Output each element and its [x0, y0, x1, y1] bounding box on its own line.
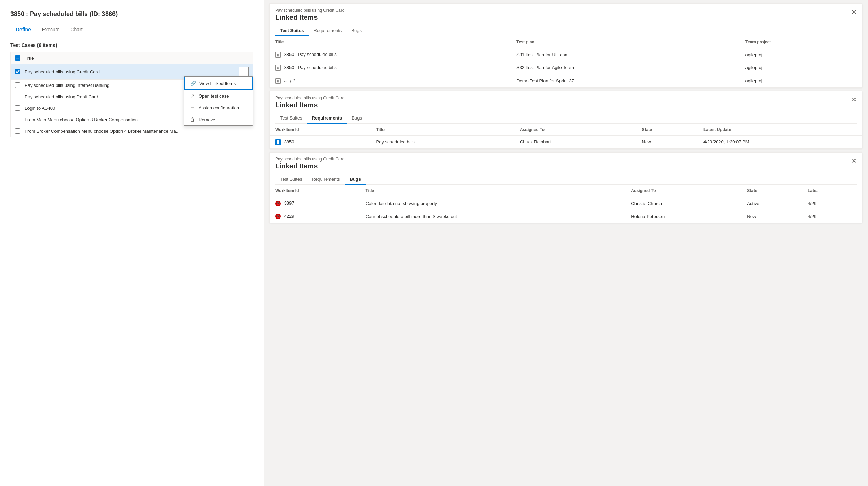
panel-1-tab-test-suites[interactable]: Test Suites: [275, 25, 309, 36]
context-menu-remove-label: Remove: [199, 117, 215, 122]
context-menu: 🔗 View Linked Items ↗ Open test case ☰ A…: [184, 76, 253, 126]
left-panel: 3850 : Pay scheduled bills (ID: 3866) De…: [0, 0, 264, 486]
cell-teamproject: agileproj: [740, 48, 862, 61]
assign-config-icon: ☰: [189, 105, 195, 110]
panel-3-col-assignedto: Assigned To: [625, 185, 741, 197]
workitem-icon: ▐▌: [275, 139, 281, 145]
right-panels: Pay scheduled bills using Credit Card Li…: [264, 0, 868, 486]
context-menu-assign-config-label: Assign configuration: [199, 105, 239, 110]
cell-testplan: Demo Test Plan for Sprint 37: [511, 74, 740, 87]
tc-checkbox-5[interactable]: [15, 117, 20, 122]
panel-2-header: Pay scheduled bills using Credit Card Li…: [270, 91, 862, 124]
panel-3-header: Pay scheduled bills using Credit Card Li…: [270, 153, 862, 185]
cell-testplan: S31 Test Plan for UI Team: [511, 48, 740, 61]
panel-2-col-latestupdate: Latest Update: [698, 124, 862, 136]
cell-latestupdate: 4/29/2020, 1:30:07 PM: [698, 135, 862, 148]
cell-title: Pay scheduled bills: [371, 135, 514, 148]
panel-2-body: WorkItem Id Title Assigned To State Late…: [270, 124, 862, 149]
context-menu-open-test[interactable]: ↗ Open test case: [184, 90, 253, 102]
panel-1-col-testplan: Test plan: [511, 36, 740, 48]
panel-3-close[interactable]: ✕: [849, 156, 859, 166]
panel-2-close[interactable]: ✕: [849, 95, 859, 105]
panel-1-title: Linked Items: [275, 14, 857, 22]
cell-title: ▦ 3850 : Pay scheduled bills: [270, 48, 511, 61]
panel-1-tab-bugs[interactable]: Bugs: [346, 25, 366, 36]
panel-2-tab-requirements[interactable]: Requirements: [307, 113, 347, 123]
table-row: ▐▌ 3850 Pay scheduled bills Chuck Reinha…: [270, 135, 862, 148]
cell-testplan: S32 Test Plan for Agile Team: [511, 61, 740, 74]
panel-3-table: WorkItem Id Title Assigned To State Late…: [270, 185, 862, 223]
cell-state: New: [637, 135, 698, 148]
context-menu-assign-config[interactable]: ☰ Assign configuration: [184, 102, 253, 114]
panel-3-col-title: Title: [360, 185, 625, 197]
tab-execute[interactable]: Execute: [36, 24, 65, 35]
context-menu-remove[interactable]: 🗑 Remove: [184, 114, 253, 125]
cell-state: Active: [741, 197, 802, 210]
table-row: ▦ 3850 : Pay scheduled bills S32 Test Pl…: [270, 61, 862, 74]
cell-title: Calendar data not showing properly: [360, 197, 625, 210]
tc-row-6[interactable]: From Broker Compensation Menu choose Opt…: [11, 125, 253, 137]
select-all-checkbox[interactable]: [15, 55, 20, 61]
remove-icon: 🗑: [189, 117, 195, 122]
cell-teamproject: agileproj: [740, 74, 862, 87]
tc-checkbox-6[interactable]: [15, 128, 20, 134]
panel-2-col-title: Title: [371, 124, 514, 136]
panel-1-tab-requirements[interactable]: Requirements: [309, 25, 346, 36]
panel-2-table: WorkItem Id Title Assigned To State Late…: [270, 124, 862, 149]
table-row: 🐞 3897 Calendar data not showing properl…: [270, 197, 862, 210]
panel-3-tabs: Test Suites Requirements Bugs: [275, 174, 857, 185]
open-test-icon: ↗: [189, 93, 195, 99]
tc-checkbox-2[interactable]: [15, 82, 20, 88]
linked-panel-3: Pay scheduled bills using Credit Card Li…: [269, 152, 862, 223]
panel-1-header: Pay scheduled bills using Credit Card Li…: [270, 4, 862, 36]
cell-assignedto: Helena Petersen: [625, 210, 741, 223]
cell-title: ▦ 3850 : Pay scheduled bills: [270, 61, 511, 74]
cell-assignedto: Christie Church: [625, 197, 741, 210]
suite-icon: ▦: [275, 52, 281, 58]
panel-1-subtitle: Pay scheduled bills using Credit Card: [275, 8, 857, 13]
panel-3-col-late: Late...: [802, 185, 862, 197]
panel-3-body: WorkItem Id Title Assigned To State Late…: [270, 185, 862, 223]
linked-panel-1: Pay scheduled bills using Credit Card Li…: [269, 3, 862, 88]
tc-checkbox-3[interactable]: [15, 94, 20, 99]
panel-1-col-title: Title: [270, 36, 511, 48]
tab-bar: Define Execute Chart: [10, 24, 253, 35]
cell-workitemid: 🐞 3897: [270, 197, 360, 210]
table-row: ▦ 3850 : Pay scheduled bills S31 Test Pl…: [270, 48, 862, 61]
context-menu-view-linked-label: View Linked Items: [199, 81, 236, 86]
bug-icon: 🐞: [275, 214, 281, 219]
panel-3-tab-requirements[interactable]: Requirements: [307, 174, 345, 184]
table-row: ▦ all p2 Demo Test Plan for Sprint 37 ag…: [270, 74, 862, 87]
panel-3-tab-bugs[interactable]: Bugs: [345, 174, 366, 184]
link-icon: 🔗: [190, 81, 196, 86]
cell-workitemid: ▐▌ 3850: [270, 135, 371, 148]
panel-3-tab-test-suites[interactable]: Test Suites: [275, 174, 307, 184]
tc-checkbox-4[interactable]: [15, 105, 20, 111]
panel-1-close[interactable]: ✕: [849, 7, 859, 17]
panel-3-subtitle: Pay scheduled bills using Credit Card: [275, 157, 857, 162]
suite-icon: ▦: [275, 78, 281, 84]
cell-workitemid: 🐞 4229: [270, 210, 360, 223]
cell-state: New: [741, 210, 802, 223]
tc-row-1[interactable]: Pay scheduled bills using Credit Card ⋯ …: [11, 64, 253, 80]
cell-assignedto: Chuck Reinhart: [514, 135, 637, 148]
test-cases-table: Title Pay scheduled bills using Credit C…: [10, 52, 253, 137]
tc-header-row: Title: [11, 52, 253, 64]
tab-chart[interactable]: Chart: [65, 24, 88, 35]
tc-checkbox-1[interactable]: [15, 69, 20, 74]
panel-2-subtitle: Pay scheduled bills using Credit Card: [275, 96, 857, 100]
tc-more-button-1[interactable]: ⋯: [239, 67, 249, 76]
panel-2-col-workitemid: WorkItem Id: [270, 124, 371, 136]
panel-1-table: Title Test plan Team project ▦ 3850 : Pa…: [270, 36, 862, 87]
panel-2-tab-test-suites[interactable]: Test Suites: [275, 113, 307, 123]
tab-define[interactable]: Define: [10, 24, 36, 35]
suite-icon: ▦: [275, 65, 281, 71]
cell-title: ▦ all p2: [270, 74, 511, 87]
tc-column-header: Title: [25, 56, 34, 61]
bug-icon: 🐞: [275, 201, 281, 206]
panel-3-col-workitemid: WorkItem Id: [270, 185, 360, 197]
linked-panel-2: Pay scheduled bills using Credit Card Li…: [269, 91, 862, 149]
context-menu-open-test-label: Open test case: [199, 93, 229, 99]
context-menu-view-linked[interactable]: 🔗 View Linked Items: [184, 77, 253, 90]
panel-2-tab-bugs[interactable]: Bugs: [347, 113, 367, 123]
